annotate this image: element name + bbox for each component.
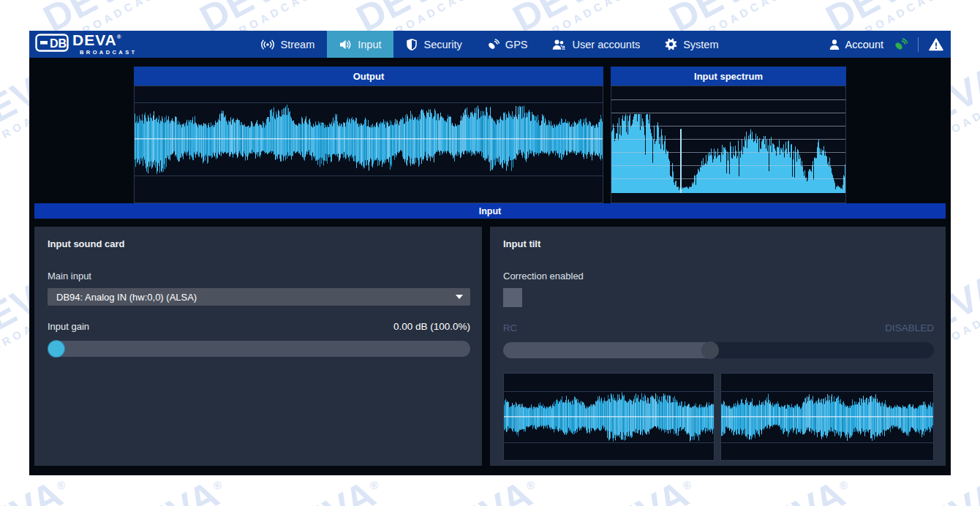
logo-deva: DEVA (72, 31, 117, 48)
card-title: Input sound card (48, 238, 470, 249)
monitor-displays: Output Input spectrum (29, 58, 951, 203)
warning-icon[interactable] (929, 38, 943, 51)
nav-divider (918, 37, 919, 52)
output-panel: Output (134, 67, 603, 203)
speaker-icon (339, 39, 352, 50)
tab-label: Input (358, 39, 381, 50)
tab-label: System (683, 39, 718, 50)
tilt-waveform-left (503, 373, 715, 461)
tab-label: GPS (505, 39, 528, 50)
rc-slider[interactable] (503, 341, 934, 359)
account-label: Account (845, 39, 883, 50)
input-section-label: Input (479, 206, 502, 216)
db-emblem-icon: DB (35, 33, 69, 53)
input-gain-label: Input gain (48, 321, 89, 332)
tab-security[interactable]: Security (393, 31, 474, 58)
slider-thumb[interactable] (701, 341, 719, 359)
slider-track[interactable] (48, 341, 470, 357)
settings-cards: Input sound card Main input DB94: Analog… (34, 227, 946, 466)
input-gain-slider[interactable] (48, 340, 470, 358)
deva-watermark-tile: DEVA®BROADCAST (976, 0, 980, 49)
input-sound-card-panel: Input sound card Main input DB94: Analog… (34, 227, 482, 466)
input-section-bar: Input (34, 203, 946, 219)
users-icon (552, 39, 566, 50)
correction-enabled-checkbox[interactable] (503, 288, 522, 307)
slider-thumb[interactable] (48, 340, 65, 358)
navbar: DB DEVA® BROADCAST Stream (29, 31, 951, 58)
logo-broadcast: BROADCAST (80, 49, 137, 56)
input-gain-value: 0.00 dB (100.0%) (393, 321, 470, 332)
logo-registered-mark: ® (117, 34, 121, 40)
output-waveform-display (134, 86, 603, 203)
deva-logo: DB DEVA® BROADCAST (35, 33, 137, 56)
tab-gps[interactable]: GPS (475, 31, 540, 58)
input-spectrum-panel: Input spectrum (611, 67, 846, 203)
logo-text: DEVA® BROADCAST (72, 34, 137, 56)
nav-tabs: Stream Input Security (249, 31, 731, 58)
deva-watermark-tile: DEVA®BROADCAST (976, 156, 980, 257)
account-button[interactable]: Account (829, 39, 883, 50)
satellite-icon (487, 39, 500, 50)
broadcast-icon (261, 39, 274, 50)
correction-enabled-label: Correction enabled (503, 271, 934, 282)
card-title: Input tilt (503, 238, 934, 249)
tab-user-accounts[interactable]: User accounts (540, 31, 652, 58)
tab-label: Security (423, 39, 461, 50)
person-icon (829, 39, 840, 50)
chevron-down-icon (456, 295, 463, 299)
main-input-label: Main input (48, 271, 470, 282)
shield-icon (406, 39, 418, 50)
svg-text:DB: DB (50, 37, 67, 50)
deva-watermark-tile: DEVA®BROADCAST (976, 364, 980, 464)
tab-system[interactable]: System (652, 31, 731, 58)
navbar-right: Account (829, 31, 943, 58)
rc-label: RC (503, 322, 517, 333)
input-tilt-panel: Input tilt Correction enabled RC DISABLE… (490, 227, 946, 466)
tab-stream[interactable]: Stream (249, 31, 327, 58)
input-spectrum-display (611, 86, 846, 203)
main-input-value: DB94: Analog IN (hw:0,0) (ALSA) (56, 292, 456, 303)
app-window: DB DEVA® BROADCAST Stream (29, 31, 951, 475)
rc-status-badge: DISABLED (885, 322, 934, 333)
gear-icon (665, 38, 677, 50)
satellite-status-icon (894, 38, 908, 51)
tab-label: User accounts (572, 39, 640, 50)
tilt-waveform-row (503, 373, 934, 461)
tab-label: Stream (280, 39, 314, 50)
input-spectrum-title: Input spectrum (611, 67, 846, 86)
tilt-waveform-right (720, 373, 934, 461)
output-panel-title: Output (134, 67, 603, 86)
tab-input[interactable]: Input (327, 31, 393, 58)
main-input-select[interactable]: DB94: Analog IN (hw:0,0) (ALSA) (48, 288, 470, 306)
